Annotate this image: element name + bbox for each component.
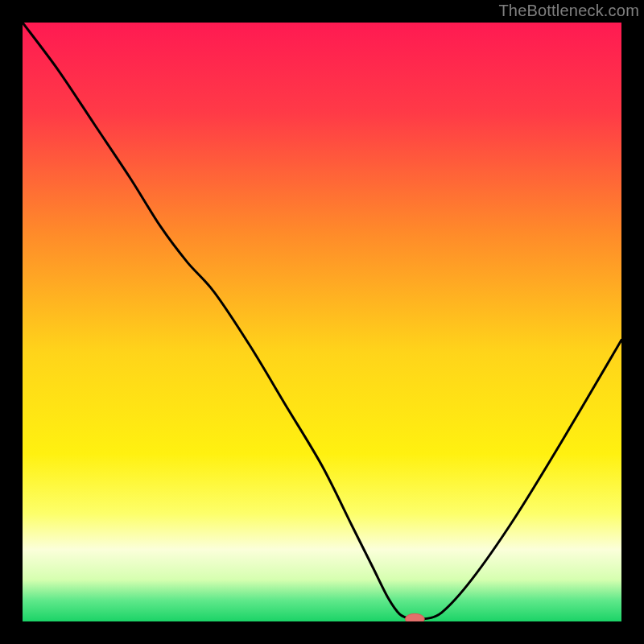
app-frame: TheBottleneck.com xyxy=(0,0,644,644)
chart-plot-area xyxy=(23,23,621,621)
chart-background xyxy=(23,23,621,621)
optimal-point-marker xyxy=(405,613,424,621)
watermark-text: TheBottleneck.com xyxy=(498,2,639,20)
bottleneck-chart xyxy=(23,23,621,621)
